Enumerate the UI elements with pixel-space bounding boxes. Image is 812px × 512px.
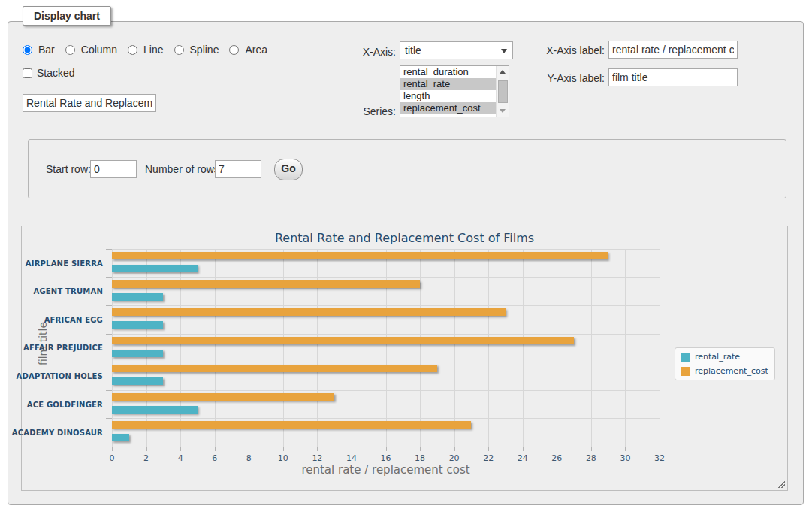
category-label: AGENT TRUMAN	[33, 287, 103, 295]
x-tick-label: 0	[110, 453, 115, 463]
x-tick-label: 30	[620, 453, 630, 463]
legend-swatch-icon	[681, 367, 690, 376]
series-listbox[interactable]: rental_durationrental_ratelengthreplacem…	[400, 65, 509, 117]
stacked-checkbox[interactable]	[23, 68, 32, 78]
bar-rental_rate[interactable]	[112, 406, 198, 414]
y-axis-label-input[interactable]	[608, 68, 738, 86]
category-label: ACE GOLDFINGER	[27, 400, 103, 408]
category-row: ACADEMY DINOSAUR	[112, 418, 660, 447]
x-tick	[488, 447, 489, 451]
x-tick	[454, 447, 455, 451]
legend-label: replacement_cost	[695, 366, 768, 376]
bar-replacement_cost[interactable]	[112, 280, 420, 288]
x-tick-label: 14	[346, 453, 357, 463]
x-tick	[283, 447, 284, 451]
chart-title-input[interactable]	[23, 94, 156, 112]
x-tick	[180, 447, 181, 451]
bar-rental_rate[interactable]	[112, 265, 198, 272]
bar-rental_rate[interactable]	[112, 321, 163, 329]
y-tick	[106, 362, 112, 362]
y-axis-label-caption: Y-Axis label:	[530, 72, 605, 84]
x-tick	[625, 447, 626, 451]
x-tick	[317, 447, 318, 451]
category-label: ADAPTATION HOLES	[17, 372, 104, 380]
bar-rental_rate[interactable]	[112, 377, 163, 385]
y-tick	[106, 390, 112, 391]
series-option-replacement_cost[interactable]: replacement_cost	[400, 102, 509, 114]
bar-rental_rate[interactable]	[112, 350, 163, 357]
x-axis-label-input[interactable]	[608, 41, 738, 59]
category-label: AIRPLANE SIERRA	[26, 259, 103, 267]
y-tick	[106, 305, 112, 306]
chart-type-radio-line[interactable]	[128, 45, 137, 55]
series-option-rental_duration[interactable]: rental_duration	[400, 66, 509, 78]
x-axis-select[interactable]: title	[400, 41, 513, 59]
category-label: AFRICAN EGG	[44, 315, 103, 323]
x-tick	[352, 447, 352, 451]
x-tick-label: 32	[654, 453, 665, 463]
x-tick	[660, 447, 660, 451]
chart-type-radio-area[interactable]	[229, 45, 239, 55]
y-tick	[106, 418, 112, 419]
legend-item-rental_rate[interactable]: rental_rate	[681, 352, 768, 362]
series-option-length[interactable]: length	[400, 90, 509, 102]
category-label: ACADEMY DINOSAUR	[12, 429, 103, 437]
x-tick-label: 20	[449, 453, 460, 463]
category-row: AFFAIR PREJUDICE	[112, 334, 660, 362]
bar-replacement_cost[interactable]	[112, 365, 437, 372]
chart-type-label-line: Line	[143, 44, 163, 56]
rows-panel: Start row: Number of rows: Go	[28, 139, 786, 198]
x-tick-label: 28	[586, 453, 596, 463]
chart-type-label-column: Column	[81, 44, 117, 56]
x-axis-selected-value: title	[405, 44, 421, 56]
bar-rental_rate[interactable]	[112, 293, 163, 301]
category-label: AFFAIR PREJUDICE	[23, 344, 103, 352]
x-tick	[386, 447, 387, 451]
series-options: rental_durationrental_ratelengthreplacem…	[400, 66, 509, 114]
number-of-rows-input[interactable]	[215, 160, 261, 178]
x-axis-label-caption: X-Axis label:	[530, 44, 605, 56]
y-tick	[106, 334, 112, 335]
bar-replacement_cost[interactable]	[112, 421, 471, 429]
chart-type-radio-bar[interactable]	[23, 45, 32, 55]
x-tick-label: 8	[246, 453, 252, 463]
category-row: AGENT TRUMAN	[112, 277, 660, 306]
chart-container: Rental Rate and Replacement Cost of Film…	[21, 226, 788, 491]
chart-type-label-area: Area	[245, 44, 267, 56]
x-axis-title: rental rate / replacement cost	[112, 463, 660, 477]
y-axis-title: film title	[37, 306, 49, 381]
bar-replacement_cost[interactable]	[112, 308, 506, 316]
chart-legend: rental_ratereplacement_cost	[675, 347, 775, 380]
bar-replacement_cost[interactable]	[112, 252, 608, 259]
resize-handle-icon[interactable]	[777, 480, 785, 488]
scrollbar-thumb[interactable]	[498, 80, 508, 103]
chart-title: Rental Rate and Replacement Cost of Film…	[22, 231, 787, 245]
x-tick-label: 4	[178, 453, 183, 463]
bar-rental_rate[interactable]	[112, 434, 129, 441]
legend-item-replacement_cost[interactable]: replacement_cost	[681, 366, 768, 376]
x-tick	[557, 447, 557, 451]
stacked-row: Stacked	[23, 67, 75, 79]
series-option-rental_rate[interactable]: rental_rate	[400, 78, 509, 90]
series-label: Series:	[338, 105, 396, 117]
chart-type-radio-column[interactable]	[65, 45, 75, 55]
chart-type-label-bar: Bar	[38, 44, 55, 56]
x-tick-label: 24	[518, 453, 528, 463]
x-tick-label: 26	[551, 453, 562, 463]
x-tick-label: 12	[312, 453, 322, 463]
x-tick-label: 18	[415, 453, 425, 463]
chevron-down-icon	[501, 49, 507, 53]
stacked-label: Stacked	[37, 67, 75, 79]
go-button[interactable]: Go	[274, 159, 303, 180]
series-scrollbar[interactable]	[496, 66, 509, 117]
scroll-up-icon[interactable]	[497, 66, 509, 77]
chart-type-radio-spline[interactable]	[174, 45, 184, 55]
bar-replacement_cost[interactable]	[112, 337, 574, 344]
scroll-down-icon[interactable]	[497, 105, 509, 117]
x-tick	[420, 447, 421, 451]
start-row-label: Start row:	[46, 163, 91, 175]
x-tick-label: 10	[278, 453, 288, 463]
bar-replacement_cost[interactable]	[112, 393, 334, 401]
start-row-input[interactable]	[90, 160, 137, 178]
x-tick	[215, 447, 216, 451]
